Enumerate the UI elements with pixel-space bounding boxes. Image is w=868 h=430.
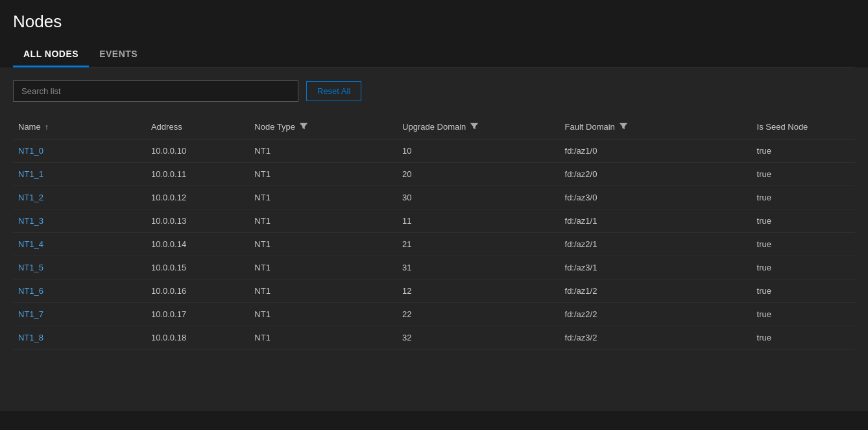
reset-all-button[interactable]: Reset All (306, 81, 361, 101)
col-header-name: Name ↑ (13, 115, 146, 139)
cell-name: NT1_8 (13, 326, 146, 350)
table-row: NT1_510.0.0.15NT131fd:/az3/1true (13, 256, 855, 280)
node-link[interactable]: NT1_7 (18, 309, 43, 319)
cell-name: NT1_5 (13, 256, 146, 280)
node-link[interactable]: NT1_0 (18, 146, 43, 156)
node-link[interactable]: NT1_4 (18, 239, 43, 249)
col-header-upgrade-domain: Upgrade Domain (397, 115, 559, 139)
table-row: NT1_610.0.0.16NT112fd:/az1/2true (13, 280, 855, 303)
cell-address: 10.0.0.13 (146, 209, 249, 233)
cell-node-type: NT1 (249, 139, 397, 163)
content-area: Reset All Name ↑ Address Node Typ (0, 67, 868, 411)
cell-address: 10.0.0.14 (146, 233, 249, 256)
cell-name: NT1_1 (13, 163, 146, 186)
tab-bar: ALL NODES EVENTS (13, 42, 855, 67)
cell-seed-node: true (752, 233, 855, 256)
table-row: NT1_110.0.0.11NT120fd:/az2/0true (13, 163, 855, 186)
cell-node-type: NT1 (249, 303, 397, 326)
cell-seed-node: true (752, 303, 855, 326)
upgrade-domain-filter-icon[interactable] (470, 121, 479, 132)
cell-fault-domain: fd:/az2/0 (560, 163, 752, 186)
cell-name: NT1_2 (13, 186, 146, 209)
cell-seed-node: true (752, 326, 855, 350)
cell-node-type: NT1 (249, 280, 397, 303)
col-header-seed-node: Is Seed Node (752, 115, 855, 139)
cell-name: NT1_4 (13, 233, 146, 256)
cell-seed-node: true (752, 209, 855, 233)
table-row: NT1_810.0.0.18NT132fd:/az3/2true (13, 326, 855, 350)
cell-seed-node: true (752, 256, 855, 280)
cell-fault-domain: fd:/az2/2 (560, 303, 752, 326)
cell-address: 10.0.0.12 (146, 186, 249, 209)
node-type-filter-icon[interactable] (299, 121, 308, 132)
nodes-table: Name ↑ Address Node Type (13, 115, 855, 350)
cell-fault-domain: fd:/az3/2 (560, 326, 752, 350)
node-link[interactable]: NT1_3 (18, 216, 43, 226)
cell-seed-node: true (752, 186, 855, 209)
cell-seed-node: true (752, 163, 855, 186)
node-link[interactable]: NT1_5 (18, 263, 43, 272)
sort-ascending-icon[interactable]: ↑ (45, 123, 49, 132)
table-row: NT1_710.0.0.17NT122fd:/az2/2true (13, 303, 855, 326)
cell-upgrade-domain: 32 (397, 326, 559, 350)
fault-domain-filter-icon[interactable] (619, 121, 628, 132)
cell-fault-domain: fd:/az3/0 (560, 186, 752, 209)
table-header-row: Name ↑ Address Node Type (13, 115, 855, 139)
table-row: NT1_410.0.0.14NT121fd:/az2/1true (13, 233, 855, 256)
cell-upgrade-domain: 20 (397, 163, 559, 186)
cell-address: 10.0.0.11 (146, 163, 249, 186)
cell-address: 10.0.0.10 (146, 139, 249, 163)
cell-upgrade-domain: 31 (397, 256, 559, 280)
cell-fault-domain: fd:/az1/1 (560, 209, 752, 233)
cell-upgrade-domain: 12 (397, 280, 559, 303)
cell-node-type: NT1 (249, 326, 397, 350)
cell-fault-domain: fd:/az3/1 (560, 256, 752, 280)
cell-upgrade-domain: 10 (397, 139, 559, 163)
node-link[interactable]: NT1_8 (18, 333, 43, 342)
cell-node-type: NT1 (249, 233, 397, 256)
page-title: Nodes (13, 12, 855, 32)
cell-fault-domain: fd:/az1/2 (560, 280, 752, 303)
cell-address: 10.0.0.15 (146, 256, 249, 280)
node-link[interactable]: NT1_2 (18, 193, 43, 202)
cell-upgrade-domain: 22 (397, 303, 559, 326)
toolbar: Reset All (13, 80, 855, 102)
tab-events[interactable]: EVENTS (89, 42, 148, 67)
cell-upgrade-domain: 30 (397, 186, 559, 209)
col-header-fault-domain: Fault Domain (560, 115, 752, 139)
table-row: NT1_310.0.0.13NT111fd:/az1/1true (13, 209, 855, 233)
cell-seed-node: true (752, 139, 855, 163)
cell-address: 10.0.0.16 (146, 280, 249, 303)
col-header-address: Address (146, 115, 249, 139)
cell-address: 10.0.0.17 (146, 303, 249, 326)
table-row: NT1_010.0.0.10NT110fd:/az1/0true (13, 139, 855, 163)
cell-address: 10.0.0.18 (146, 326, 249, 350)
cell-fault-domain: fd:/az1/0 (560, 139, 752, 163)
cell-node-type: NT1 (249, 209, 397, 233)
table-row: NT1_210.0.0.12NT130fd:/az3/0true (13, 186, 855, 209)
cell-name: NT1_6 (13, 280, 146, 303)
cell-node-type: NT1 (249, 186, 397, 209)
cell-seed-node: true (752, 280, 855, 303)
cell-upgrade-domain: 11 (397, 209, 559, 233)
node-link[interactable]: NT1_1 (18, 169, 43, 179)
cell-node-type: NT1 (249, 256, 397, 280)
cell-name: NT1_0 (13, 139, 146, 163)
table-body: NT1_010.0.0.10NT110fd:/az1/0trueNT1_110.… (13, 139, 855, 350)
cell-name: NT1_3 (13, 209, 146, 233)
tab-all-nodes[interactable]: ALL NODES (13, 42, 89, 67)
col-header-node-type: Node Type (249, 115, 397, 139)
node-link[interactable]: NT1_6 (18, 286, 43, 296)
cell-upgrade-domain: 21 (397, 233, 559, 256)
cell-fault-domain: fd:/az2/1 (560, 233, 752, 256)
cell-node-type: NT1 (249, 163, 397, 186)
search-input[interactable] (13, 80, 298, 102)
cell-name: NT1_7 (13, 303, 146, 326)
